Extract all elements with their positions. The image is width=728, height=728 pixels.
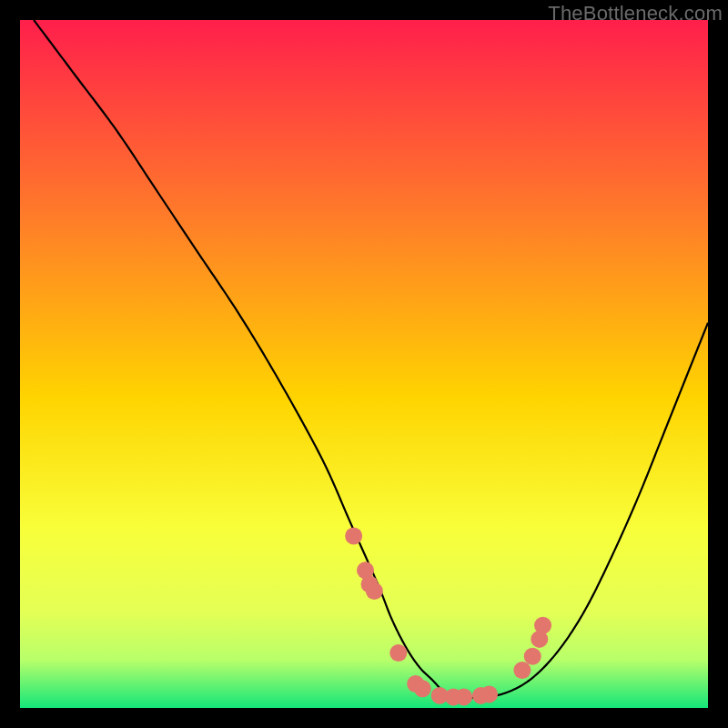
gradient-background [20,20,708,708]
marker-dot [524,648,541,665]
plot-frame [20,20,708,708]
marker-dot [455,688,472,705]
attribution-text: TheBottleneck.com [548,2,723,25]
marker-dot [480,685,498,703]
marker-dot [414,680,431,697]
bottleneck-chart [20,20,708,708]
marker-dot [534,617,551,634]
marker-dot [513,662,531,679]
marker-dot [345,528,362,545]
marker-dot [389,644,407,662]
marker-dot [366,582,383,600]
